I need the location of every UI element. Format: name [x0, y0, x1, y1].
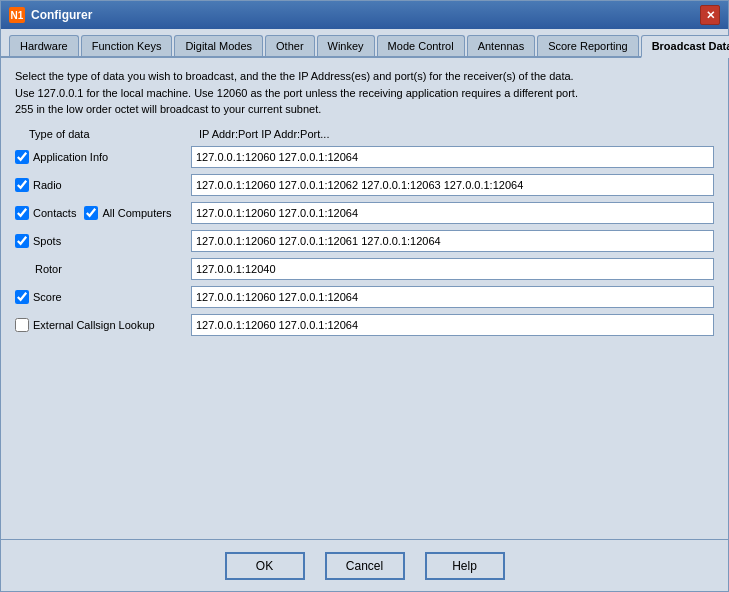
radio-label: Radio: [33, 179, 62, 191]
tab-hardware[interactable]: Hardware: [9, 35, 79, 56]
application-info-label: Application Info: [33, 151, 108, 163]
col-addr-header: IP Addr:Port IP Addr:Port...: [199, 128, 329, 140]
tab-other[interactable]: Other: [265, 35, 315, 56]
column-headers: Type of data IP Addr:Port IP Addr:Port..…: [15, 128, 714, 140]
col-type-header: Type of data: [29, 128, 199, 140]
application-info-checkbox-area: Application Info: [15, 150, 185, 164]
contacts-checkbox-area: Contacts All Computers: [15, 206, 185, 220]
application-info-ip-input[interactable]: [191, 146, 714, 168]
close-button[interactable]: ✕: [700, 5, 720, 25]
spots-checkbox[interactable]: [15, 234, 29, 248]
footer: OK Cancel Help: [1, 539, 728, 591]
description: Select the type of data you wish to broa…: [15, 68, 714, 118]
tab-mode-control[interactable]: Mode Control: [377, 35, 465, 56]
tabs-container: Hardware Function Keys Digital Modes Oth…: [1, 29, 728, 58]
table-row: Contacts All Computers: [15, 202, 714, 224]
ok-button[interactable]: OK: [225, 552, 305, 580]
data-rows: Application Info Radio Contacts: [15, 146, 714, 336]
table-row: External Callsign Lookup: [15, 314, 714, 336]
external-callsign-ip-input[interactable]: [191, 314, 714, 336]
window-title: Configurer: [31, 8, 92, 22]
app-icon: N1: [9, 7, 25, 23]
rotor-label-area: Rotor: [15, 262, 185, 276]
table-row: Application Info: [15, 146, 714, 168]
radio-checkbox[interactable]: [15, 178, 29, 192]
table-row: Spots: [15, 230, 714, 252]
tab-antennas[interactable]: Antennas: [467, 35, 535, 56]
all-computers-area: All Computers: [84, 206, 171, 220]
external-callsign-checkbox[interactable]: [15, 318, 29, 332]
external-callsign-label: External Callsign Lookup: [33, 319, 155, 331]
application-info-checkbox[interactable]: [15, 150, 29, 164]
contacts-label: Contacts: [33, 207, 76, 219]
contacts-checkbox[interactable]: [15, 206, 29, 220]
content-area: Select the type of data you wish to broa…: [1, 58, 728, 539]
rotor-label: Rotor: [35, 263, 62, 275]
radio-checkbox-area: Radio: [15, 178, 185, 192]
table-row: Score: [15, 286, 714, 308]
table-row: Radio: [15, 174, 714, 196]
tab-digital-modes[interactable]: Digital Modes: [174, 35, 263, 56]
help-button[interactable]: Help: [425, 552, 505, 580]
score-ip-input[interactable]: [191, 286, 714, 308]
tab-score-reporting[interactable]: Score Reporting: [537, 35, 639, 56]
spots-checkbox-area: Spots: [15, 234, 185, 248]
score-label: Score: [33, 291, 62, 303]
all-computers-label: All Computers: [102, 207, 171, 219]
contacts-ip-input[interactable]: [191, 202, 714, 224]
score-checkbox-area: Score: [15, 290, 185, 304]
tab-function-keys[interactable]: Function Keys: [81, 35, 173, 56]
spots-label: Spots: [33, 235, 61, 247]
all-computers-checkbox[interactable]: [84, 206, 98, 220]
tab-broadcast-data[interactable]: Broadcast Data: [641, 35, 729, 58]
configurer-window: N1 Configurer ✕ Hardware Function Keys D…: [0, 0, 729, 592]
tab-winkey[interactable]: Winkey: [317, 35, 375, 56]
title-bar: N1 Configurer ✕: [1, 1, 728, 29]
rotor-ip-input[interactable]: [191, 258, 714, 280]
cancel-button[interactable]: Cancel: [325, 552, 405, 580]
score-checkbox[interactable]: [15, 290, 29, 304]
table-row: Rotor: [15, 258, 714, 280]
external-callsign-checkbox-area: External Callsign Lookup: [15, 318, 185, 332]
radio-ip-input[interactable]: [191, 174, 714, 196]
title-bar-left: N1 Configurer: [9, 7, 92, 23]
spots-ip-input[interactable]: [191, 230, 714, 252]
